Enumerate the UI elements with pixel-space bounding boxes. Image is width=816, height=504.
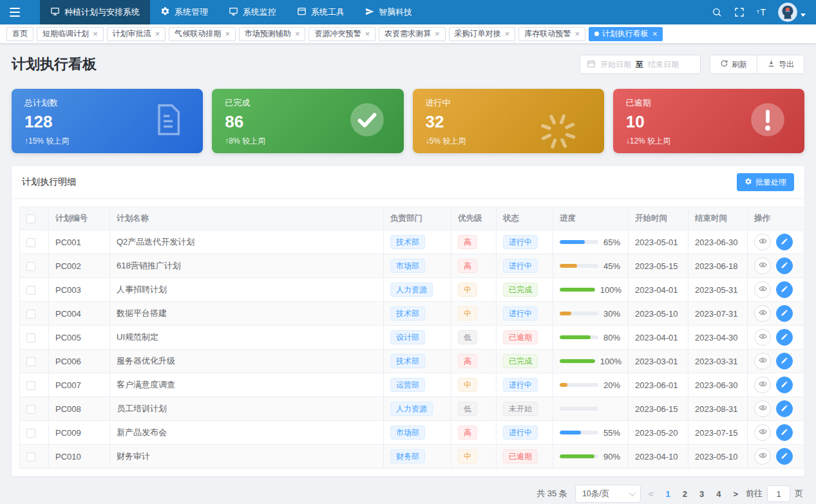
plan-code: PC004: [49, 302, 110, 326]
font-size-icon[interactable]: TT: [757, 8, 766, 17]
tab-close-icon[interactable]: ×: [155, 30, 160, 38]
tab-close-icon[interactable]: ×: [225, 30, 230, 38]
plan-name: 财务审计: [110, 445, 384, 469]
row-checkbox[interactable]: [26, 286, 35, 295]
nav-item-planting-system[interactable]: 种植计划与安排系统: [40, 0, 150, 24]
edit-button[interactable]: [776, 424, 793, 441]
row-checkbox[interactable]: [26, 405, 35, 414]
edit-button[interactable]: [776, 448, 793, 465]
tab-close-icon[interactable]: ×: [505, 30, 510, 38]
status-tag: 未开始: [503, 402, 538, 416]
edit-button[interactable]: [776, 234, 793, 250]
progress-value: 45%: [603, 261, 620, 271]
batch-process-button[interactable]: 批量处理: [737, 173, 794, 191]
tab-close-icon[interactable]: ×: [435, 30, 440, 38]
row-checkbox[interactable]: [26, 381, 35, 390]
edit-button[interactable]: [776, 281, 793, 298]
tab-item-7[interactable]: 采购订单对接×: [449, 27, 516, 41]
fullscreen-icon[interactable]: [734, 7, 745, 17]
eye-icon: [759, 332, 767, 342]
edit-button[interactable]: [776, 257, 793, 274]
row-checkbox[interactable]: [26, 238, 35, 247]
status-tag: 进行中: [503, 235, 538, 249]
tab-item-4[interactable]: 市场预测辅助×: [239, 27, 306, 41]
tab-close-icon[interactable]: ×: [365, 30, 370, 38]
view-button[interactable]: [754, 234, 771, 250]
eye-icon: [759, 261, 767, 271]
progress-bar: 90%: [560, 452, 621, 462]
edit-button[interactable]: [776, 377, 793, 393]
view-button[interactable]: [754, 281, 771, 298]
edit-button[interactable]: [776, 305, 793, 322]
end-date-input[interactable]: 结束日期: [648, 59, 679, 70]
page-button[interactable]: 1: [665, 489, 670, 499]
row-checkbox[interactable]: [26, 357, 35, 366]
edit-button[interactable]: [776, 353, 793, 369]
stat-cards: 总计划数 128 ↑15% 较上周 已完成 86 ↑8% 较上周 进行中 32 …: [12, 89, 804, 153]
col-progress: 进度: [553, 207, 629, 230]
tab-item-0[interactable]: 首页: [6, 27, 33, 41]
goto-page: 前往 页: [746, 485, 803, 502]
chevron-down-icon: [801, 14, 806, 17]
tags-bar: 首页短期临调计划×计划审批流×气候联动排期×市场预测辅助×资源冲突预警×农资需求…: [0, 24, 816, 44]
view-button[interactable]: [754, 424, 771, 441]
next-page-button[interactable]: >: [733, 489, 738, 499]
tab-item-2[interactable]: 计划审批流×: [107, 27, 166, 41]
tab-close-icon[interactable]: ×: [574, 30, 580, 38]
page-button[interactable]: 3: [699, 489, 704, 499]
tab-item-3[interactable]: 气候联动排期×: [169, 27, 236, 41]
start-date: 2023-06-01: [629, 373, 688, 397]
nav-item-system-admin[interactable]: 系统管理: [150, 0, 218, 24]
tab-close-icon[interactable]: ×: [295, 30, 300, 38]
view-button[interactable]: [754, 305, 771, 322]
hamburger-menu-icon[interactable]: [0, 0, 30, 24]
tab-close-icon[interactable]: ×: [93, 30, 98, 38]
tab-item-5[interactable]: 资源冲突预警×: [308, 27, 375, 41]
header-controls: 开始日期 至 结束日期 刷新 导出: [580, 55, 804, 74]
export-button[interactable]: 导出: [757, 55, 804, 73]
view-button[interactable]: [754, 377, 771, 393]
nav-item-system-monitor[interactable]: 系统监控: [218, 0, 287, 24]
end-date: 2023-05-31: [688, 278, 748, 302]
row-checkbox[interactable]: [26, 262, 35, 271]
select-all-checkbox[interactable]: [26, 214, 35, 223]
tab-item-6[interactable]: 农资需求测算×: [379, 27, 446, 41]
status-tag: 已逾期: [503, 330, 538, 344]
edit-button[interactable]: [776, 329, 793, 346]
view-button[interactable]: [754, 400, 771, 417]
tab-item-8[interactable]: 库存联动预警×: [518, 27, 585, 41]
refresh-button[interactable]: 刷新: [710, 55, 757, 73]
view-button[interactable]: [754, 448, 771, 465]
refresh-icon: [720, 59, 728, 70]
edit-button[interactable]: [776, 400, 793, 417]
plan-code: PC002: [49, 254, 110, 278]
end-date: 2023-07-31: [688, 302, 748, 326]
goto-page-input[interactable]: [767, 485, 790, 502]
prev-page-button[interactable]: <: [649, 489, 654, 499]
plan-code: PC009: [49, 421, 110, 445]
page-button[interactable]: 4: [716, 489, 721, 499]
view-button[interactable]: [754, 353, 771, 369]
row-checkbox[interactable]: [26, 453, 35, 462]
user-avatar[interactable]: [778, 3, 806, 22]
page-button[interactable]: 2: [683, 489, 687, 499]
page-title: 计划执行看板: [12, 55, 97, 74]
row-checkbox[interactable]: [26, 429, 35, 438]
row-checkbox[interactable]: [26, 333, 35, 342]
priority-tag: 高: [458, 354, 477, 368]
row-checkbox[interactable]: [26, 310, 35, 319]
plan-code: PC001: [49, 230, 110, 254]
date-range-picker[interactable]: 开始日期 至 结束日期: [580, 55, 701, 74]
start-date-input[interactable]: 开始日期: [600, 59, 631, 70]
search-icon[interactable]: [712, 7, 722, 17]
tab-close-icon[interactable]: ×: [652, 30, 658, 38]
nav-item-system-tools[interactable]: 系统工具: [287, 0, 355, 24]
tab-item-1[interactable]: 短期临调计划×: [37, 27, 104, 41]
nav-item-ai-tech[interactable]: 智脑科技: [355, 0, 422, 24]
tab-item-9[interactable]: 计划执行看板×: [589, 27, 663, 41]
view-button[interactable]: [754, 329, 771, 346]
page-size-select[interactable]: 10条/页: [575, 485, 641, 503]
view-button[interactable]: [754, 257, 771, 274]
start-date: 2023-04-01: [629, 278, 688, 302]
stat-card-overdue: 已逾期 10 ↓12% 较上周: [613, 89, 804, 153]
